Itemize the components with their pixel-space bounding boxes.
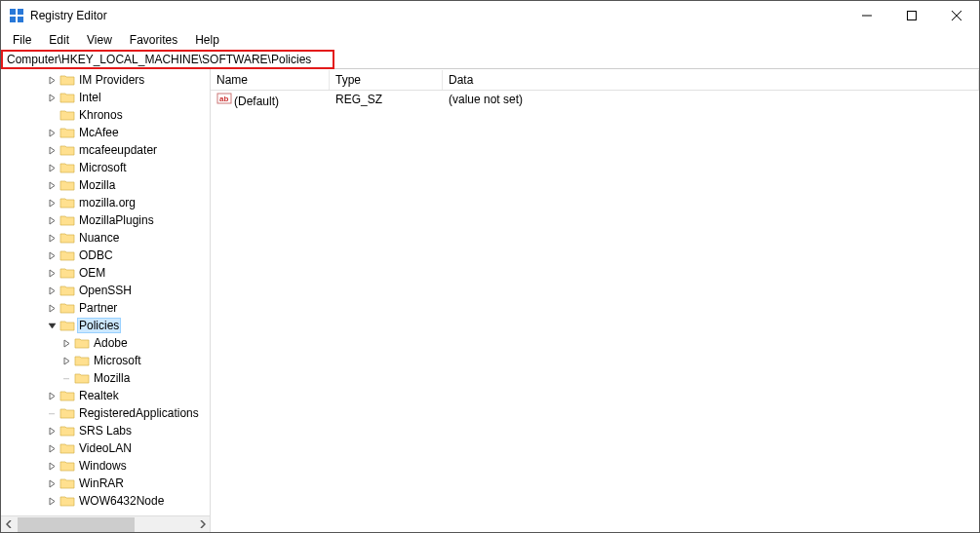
menu-edit[interactable]: Edit [41, 31, 77, 49]
string-value-icon: ab [216, 92, 232, 105]
tree-node[interactable]: OEM [1, 264, 210, 282]
tree-node-label: OpenSSH [77, 284, 134, 297]
tree-node[interactable]: VideoLAN [1, 439, 210, 457]
tree-node[interactable]: Policies [1, 317, 210, 334]
address-bar-row: Computer\HKEY_LOCAL_MACHINE\SOFTWARE\Pol… [1, 50, 979, 69]
tree-node[interactable]: mozilla.org [1, 194, 210, 211]
tree-node-label: Realtek [77, 389, 121, 402]
tree-node[interactable]: IM Providers [1, 71, 210, 89]
tree-node-label: WinRAR [77, 476, 126, 490]
tree-horizontal-scrollbar[interactable] [1, 515, 210, 532]
folder-icon [59, 389, 75, 402]
menu-view[interactable]: View [79, 31, 120, 49]
scroll-thumb[interactable] [18, 517, 135, 532]
folder-icon [59, 178, 75, 192]
tree-node[interactable]: Adobe [1, 334, 210, 352]
menu-file[interactable]: File [5, 31, 39, 49]
registry-tree[interactable]: IM ProvidersIntelKhronosMcAfeemcafeeupda… [1, 69, 210, 510]
tree-node[interactable]: Microsoft [1, 159, 210, 176]
scroll-track[interactable] [18, 516, 193, 533]
tree-node[interactable]: Windows [1, 457, 210, 475]
values-list[interactable]: ab(Default)REG_SZ(value not set) [211, 91, 979, 108]
values-pane: Name Type Data ab(Default)REG_SZ(value n… [211, 69, 979, 532]
value-data-cell: (value not set) [443, 93, 979, 106]
folder-icon [59, 248, 75, 262]
folder-icon [59, 494, 75, 508]
expand-icon[interactable] [45, 146, 59, 155]
svg-rect-3 [18, 17, 23, 22]
tree-node[interactable]: WOW6432Node [1, 492, 210, 510]
folder-icon [59, 126, 75, 139]
menu-favorites[interactable]: Favorites [122, 31, 185, 49]
tree-node[interactable]: ···RegisteredApplications [1, 404, 210, 422]
column-header-name[interactable]: Name [211, 70, 330, 90]
collapse-icon[interactable] [45, 322, 59, 330]
scroll-left-button[interactable] [1, 516, 18, 533]
minimize-button[interactable] [844, 1, 889, 30]
tree-node[interactable]: ODBC [1, 247, 210, 264]
expand-icon[interactable] [45, 164, 59, 172]
expand-icon[interactable] [45, 94, 59, 102]
tree-node[interactable]: Partner [1, 299, 210, 317]
folder-icon [59, 266, 75, 280]
window-buttons [844, 1, 979, 30]
expand-icon[interactable] [45, 234, 59, 243]
column-header-type[interactable]: Type [330, 70, 443, 90]
tree-node[interactable]: WinRAR [1, 475, 210, 492]
tree-node[interactable]: ···Mozilla [1, 369, 210, 387]
tree-node[interactable]: OpenSSH [1, 282, 210, 299]
menu-help[interactable]: Help [187, 31, 227, 49]
main-split: IM ProvidersIntelKhronosMcAfeemcafeeupda… [1, 69, 979, 532]
tree-node[interactable]: Microsoft [1, 352, 210, 369]
tree-node-label: IM Providers [77, 73, 146, 87]
tree-node[interactable]: Intel [1, 89, 210, 106]
tree-node-label: Mozilla [92, 371, 132, 385]
column-header-data[interactable]: Data [443, 70, 979, 90]
expand-icon[interactable] [45, 269, 59, 278]
tree-node[interactable]: mcafeeupdater [1, 141, 210, 159]
folder-icon [59, 231, 75, 245]
expand-icon[interactable] [59, 339, 74, 348]
value-row[interactable]: ab(Default)REG_SZ(value not set) [211, 91, 979, 108]
tree-node[interactable]: McAfee [1, 124, 210, 141]
tree-node[interactable]: Khronos [1, 106, 210, 124]
address-bar[interactable]: Computer\HKEY_LOCAL_MACHINE\SOFTWARE\Pol… [7, 53, 311, 66]
expand-icon[interactable] [45, 462, 59, 471]
maximize-button[interactable] [889, 1, 934, 30]
tree-node[interactable]: Realtek [1, 387, 210, 404]
address-bar-remainder[interactable] [334, 50, 979, 68]
tree-node[interactable]: SRS Labs [1, 422, 210, 439]
tree-node-label: mozilla.org [77, 196, 137, 209]
expand-icon[interactable] [45, 304, 59, 313]
expand-icon[interactable] [59, 357, 74, 365]
tree-node-label: Microsoft [77, 161, 129, 174]
scroll-right-button[interactable] [193, 516, 210, 533]
expand-icon[interactable] [45, 497, 59, 506]
close-button[interactable] [934, 1, 979, 30]
expand-icon[interactable] [45, 392, 59, 400]
tree-node-label: Windows [77, 459, 129, 473]
folder-icon [59, 161, 75, 174]
expand-icon[interactable] [45, 129, 59, 137]
expand-icon[interactable] [45, 199, 59, 208]
folder-icon [59, 284, 75, 297]
tree-node[interactable]: Mozilla [1, 176, 210, 194]
folder-icon [74, 354, 90, 367]
expand-icon[interactable] [45, 444, 59, 453]
folder-icon [59, 476, 75, 490]
expand-icon[interactable] [45, 479, 59, 488]
expand-icon[interactable] [45, 286, 59, 295]
tree-node[interactable]: Nuance [1, 229, 210, 247]
expand-icon[interactable] [45, 181, 59, 190]
address-bar-highlight: Computer\HKEY_LOCAL_MACHINE\SOFTWARE\Pol… [1, 50, 334, 69]
expand-icon[interactable] [45, 427, 59, 436]
tree-node-label: Mozilla [77, 178, 117, 192]
expand-icon[interactable] [45, 216, 59, 225]
expand-icon[interactable] [45, 76, 59, 85]
expand-icon[interactable] [45, 251, 59, 260]
tree-node-label: RegisteredApplications [77, 406, 201, 420]
tree-node[interactable]: MozillaPlugins [1, 211, 210, 229]
folder-icon [59, 441, 75, 455]
folder-icon [59, 91, 75, 104]
svg-rect-1 [18, 9, 23, 15]
